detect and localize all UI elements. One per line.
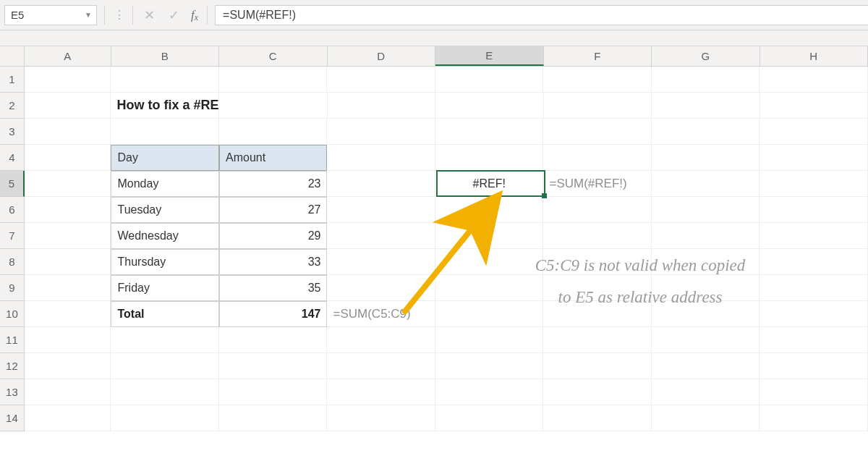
cell[interactable] — [760, 353, 868, 379]
table-total-value[interactable]: 147 — [219, 301, 328, 327]
cell[interactable] — [25, 67, 111, 93]
cell[interactable] — [25, 171, 111, 197]
cell[interactable] — [760, 93, 868, 119]
cell[interactable] — [435, 197, 544, 223]
col-header-G[interactable]: G — [652, 46, 760, 66]
col-header-C[interactable]: C — [219, 46, 328, 66]
cell[interactable] — [327, 67, 435, 93]
row-header-7[interactable]: 7 — [0, 223, 25, 249]
table-cell-amount[interactable]: 33 — [219, 249, 328, 275]
col-header-A[interactable]: A — [25, 46, 111, 66]
cell[interactable] — [760, 67, 868, 93]
cell[interactable] — [543, 197, 652, 223]
table-header-day[interactable]: Day — [111, 145, 219, 171]
enter-icon[interactable]: ✓ — [165, 7, 182, 23]
cell[interactable] — [652, 353, 760, 379]
cell[interactable] — [327, 379, 435, 405]
cell[interactable] — [327, 171, 435, 197]
cell[interactable] — [435, 93, 543, 119]
more-icon[interactable]: ⋮ — [112, 8, 125, 22]
fx-icon[interactable]: fx — [190, 8, 200, 22]
cell[interactable] — [25, 301, 111, 327]
cell[interactable] — [327, 405, 435, 431]
cell[interactable] — [760, 145, 868, 171]
cell[interactable] — [652, 67, 760, 93]
cell[interactable] — [219, 379, 328, 405]
cell[interactable] — [25, 405, 111, 431]
cell[interactable] — [327, 327, 435, 353]
cell[interactable] — [760, 327, 868, 353]
cell-title[interactable]: How to fix a #REF! error — [111, 93, 219, 119]
row-header-3[interactable]: 3 — [0, 119, 25, 145]
cell[interactable] — [760, 197, 868, 223]
cell[interactable] — [25, 145, 111, 171]
row-header-9[interactable]: 9 — [0, 275, 25, 301]
col-header-E[interactable]: E — [435, 46, 544, 66]
cell[interactable] — [435, 327, 544, 353]
cell[interactable] — [25, 119, 111, 145]
cell[interactable] — [111, 327, 219, 353]
row-header-11[interactable]: 11 — [0, 327, 25, 353]
cell[interactable] — [435, 405, 544, 431]
name-box[interactable]: E5 ▼ — [4, 5, 97, 25]
cell[interactable] — [435, 119, 544, 145]
cell[interactable] — [219, 67, 328, 93]
cell[interactable] — [25, 379, 111, 405]
cell[interactable] — [544, 93, 652, 119]
chevron-down-icon[interactable]: ▼ — [85, 11, 92, 19]
cell[interactable] — [652, 119, 760, 145]
cell[interactable] — [111, 353, 219, 379]
col-header-F[interactable]: F — [544, 46, 652, 66]
table-cell-amount[interactable]: 35 — [219, 275, 328, 301]
cell[interactable] — [543, 119, 652, 145]
cell[interactable] — [652, 145, 760, 171]
cell[interactable] — [327, 119, 435, 145]
table-cell-day[interactable]: Friday — [111, 275, 219, 301]
row-header-8[interactable]: 8 — [0, 249, 25, 275]
cell[interactable] — [760, 119, 868, 145]
row-header-12[interactable]: 12 — [0, 353, 25, 379]
col-header-D[interactable]: D — [328, 46, 436, 66]
table-cell-day[interactable]: Wednesday — [111, 223, 219, 249]
cell[interactable] — [543, 353, 652, 379]
cell[interactable] — [543, 223, 652, 249]
cell[interactable] — [111, 119, 219, 145]
cell[interactable] — [760, 223, 868, 249]
cell[interactable] — [111, 67, 219, 93]
cell[interactable] — [652, 379, 760, 405]
table-cell-amount[interactable]: 29 — [219, 223, 328, 249]
cell[interactable] — [652, 223, 760, 249]
cell[interactable] — [328, 93, 435, 119]
table-cell-day[interactable]: Tuesday — [111, 197, 219, 223]
cell[interactable] — [543, 379, 652, 405]
cell[interactable] — [219, 405, 328, 431]
select-all-corner[interactable] — [0, 46, 25, 66]
cancel-icon[interactable]: ✕ — [140, 7, 158, 23]
cell[interactable] — [760, 171, 868, 197]
table-header-amount[interactable]: Amount — [219, 145, 328, 171]
formula-annotation-right[interactable]: =SUM(#REF!) — [543, 171, 652, 197]
cell[interactable] — [111, 379, 219, 405]
cell[interactable] — [435, 145, 544, 171]
col-header-B[interactable]: B — [111, 46, 220, 66]
table-total-label[interactable]: Total — [111, 301, 219, 327]
formula-annotation-below[interactable]: =SUM(C5:C9) — [327, 301, 435, 327]
row-header-4[interactable]: 4 — [0, 145, 25, 171]
cell[interactable] — [219, 353, 328, 379]
cell[interactable] — [25, 327, 111, 353]
row-header-14[interactable]: 14 — [0, 405, 25, 431]
cell[interactable] — [760, 405, 868, 431]
row-header-10[interactable]: 10 — [0, 301, 25, 327]
cell[interactable] — [327, 353, 435, 379]
cell[interactable] — [652, 327, 760, 353]
table-cell-amount[interactable]: 23 — [219, 171, 328, 197]
cell[interactable] — [219, 119, 328, 145]
cell[interactable] — [25, 353, 111, 379]
cell[interactable] — [543, 327, 652, 353]
row-header-6[interactable]: 6 — [0, 197, 25, 223]
cell[interactable] — [25, 249, 111, 275]
cell[interactable] — [652, 405, 760, 431]
cell[interactable] — [25, 223, 111, 249]
formula-input[interactable]: =SUM(#REF!) — [215, 5, 868, 25]
cell[interactable] — [543, 145, 652, 171]
